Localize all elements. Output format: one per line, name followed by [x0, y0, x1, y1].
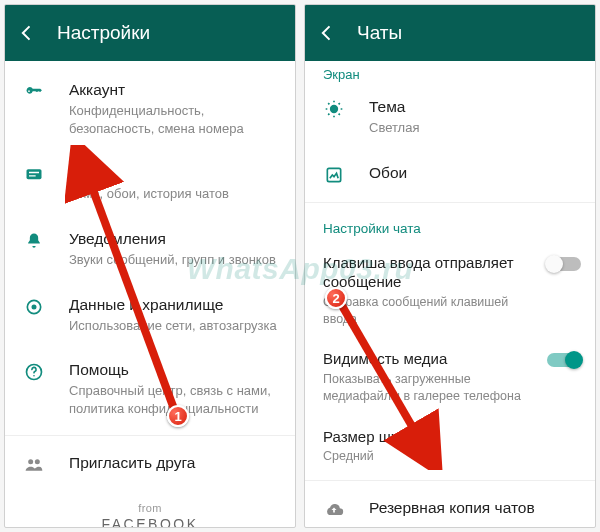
svg-point-5 — [28, 459, 33, 464]
row-media-visibility[interactable]: Видимость медиа Показывать загруженные м… — [305, 338, 595, 415]
appbar-title: Настройки — [57, 22, 150, 44]
row-sub: Средний — [323, 448, 581, 465]
svg-point-6 — [35, 459, 40, 464]
toggle-media-visibility[interactable] — [547, 353, 581, 367]
svg-rect-0 — [27, 169, 42, 179]
settings-screen: Настройки Аккаунт Конфиденциальность, бе… — [4, 4, 296, 528]
row-enter-sends[interactable]: Клавиша ввода отправляет сообщение Отпра… — [305, 242, 595, 339]
key-icon — [23, 80, 45, 102]
bell-icon — [23, 229, 45, 251]
appbar-settings: Настройки — [5, 5, 295, 61]
back-icon[interactable] — [317, 23, 337, 43]
brightness-icon — [323, 97, 345, 119]
people-icon — [23, 453, 45, 475]
section-display-partial: Экран — [305, 67, 595, 84]
sidebar-item-account[interactable]: Аккаунт Конфиденциальность, безопасность… — [5, 67, 295, 150]
settings-list: Аккаунт Конфиденциальность, безопасность… — [5, 61, 295, 527]
row-sub: Справочный центр, связь с нами, политика… — [69, 382, 279, 417]
row-font-size[interactable]: Размер шрифта Средний — [305, 416, 595, 476]
row-label: Данные и хранилище — [69, 295, 279, 315]
row-label: Обои — [369, 163, 579, 183]
divider — [305, 202, 595, 203]
row-label: Тема — [369, 97, 579, 117]
svg-point-2 — [32, 305, 35, 308]
row-label: Размер шрифта — [323, 427, 581, 447]
row-sub: Отправка сообщений клавишей ввода — [323, 294, 537, 328]
row-sub: Светлая — [369, 119, 579, 137]
svg-rect-9 — [327, 168, 340, 181]
sidebar-item-invite[interactable]: Пригласить друга — [5, 440, 295, 488]
toggle-enter-sends[interactable] — [547, 257, 581, 271]
row-label: Уведомления — [69, 229, 279, 249]
row-sub: Использование сети, автозагрузка — [69, 317, 279, 335]
chat-icon — [23, 163, 45, 185]
row-label: Клавиша ввода отправляет сообщение — [323, 253, 537, 292]
row-backup[interactable]: Резервная копия чатов — [305, 485, 595, 527]
row-sub: Показывать загруженные медиафайлы в гале… — [323, 371, 537, 405]
sidebar-item-help[interactable]: Помощь Справочный центр, связь с нами, п… — [5, 347, 295, 430]
row-wallpaper[interactable]: Обои — [305, 150, 595, 198]
appbar-chats: Чаты — [305, 5, 595, 61]
cloud-upload-icon — [323, 498, 345, 520]
chats-settings-list: Экран Тема Светлая Обои Настройки чата К… — [305, 61, 595, 527]
sidebar-item-storage[interactable]: Данные и хранилище Использование сети, а… — [5, 282, 295, 348]
row-label: Пригласить друга — [69, 453, 279, 473]
divider — [5, 435, 295, 436]
data-icon — [23, 295, 45, 317]
appbar-title: Чаты — [357, 22, 402, 44]
row-sub: Звуки сообщений, групп и звонков — [69, 251, 279, 269]
help-icon — [23, 360, 45, 382]
section-chat-settings: Настройки чата — [305, 207, 595, 242]
back-icon[interactable] — [17, 23, 37, 43]
row-sub: Тема, обои, история чатов — [69, 185, 279, 203]
sidebar-item-notifications[interactable]: Уведомления Звуки сообщений, групп и зво… — [5, 216, 295, 282]
svg-point-4 — [33, 375, 35, 377]
sidebar-item-chats[interactable]: Чаты Тема, обои, история чатов — [5, 150, 295, 216]
row-label: Чаты — [69, 163, 279, 183]
row-label: Резервная копия чатов — [369, 498, 579, 518]
divider — [305, 480, 595, 481]
row-label: Видимость медиа — [323, 349, 537, 369]
row-theme[interactable]: Тема Светлая — [305, 84, 595, 150]
svg-point-8 — [331, 106, 338, 113]
footer-from: from — [5, 502, 295, 514]
wallpaper-icon — [323, 163, 345, 185]
chats-settings-screen: Чаты Экран Тема Светлая Обои Настройки ч… — [304, 4, 596, 528]
footer-brand: FACEBOOK — [5, 516, 295, 527]
footer: from FACEBOOK — [5, 488, 295, 527]
row-label: Помощь — [69, 360, 279, 380]
row-label: Аккаунт — [69, 80, 279, 100]
row-sub: Конфиденциальность, безопасность, смена … — [69, 102, 279, 137]
